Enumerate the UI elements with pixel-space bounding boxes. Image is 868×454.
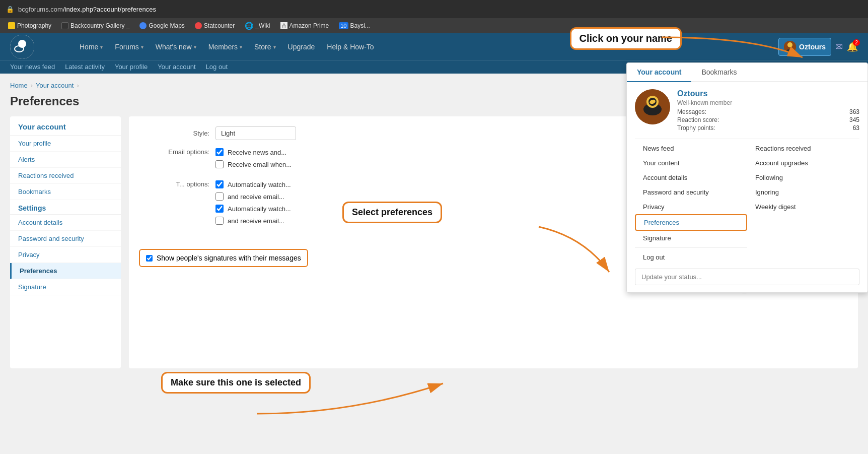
site-logo[interactable] — [10, 35, 34, 59]
sidebar-item-preferences[interactable]: Preferences — [10, 263, 121, 279]
lock-icon: 🔒 — [6, 6, 14, 13]
callout-select-preferences: Select preferences — [342, 202, 442, 223]
nav-members[interactable]: Members ▾ — [203, 40, 247, 54]
bookmark-google-maps[interactable]: Google Maps — [135, 21, 188, 31]
sidebar-item-signature[interactable]: Signature — [10, 279, 121, 295]
bookmark-amazon[interactable]: 🅰 Amazon Prime — [276, 20, 333, 31]
dropdown-tab-account[interactable]: Your account — [627, 63, 691, 82]
stat-reactions-value: 345 — [849, 116, 859, 123]
stat-trophy-label: Trophy points: — [677, 124, 715, 132]
stat-messages: Messages: 363 — [677, 108, 859, 115]
nav-home-arrow: ▾ — [100, 44, 103, 50]
nav-home[interactable]: Home ▾ — [75, 40, 108, 54]
bookmark-backcountry[interactable]: Backcountry Gallery _ — [57, 21, 133, 31]
nav-forums[interactable]: Forums ▾ — [110, 40, 148, 54]
sidebar-item-alerts[interactable]: Alerts — [10, 152, 121, 168]
callout-make-sure: Make sure this one is selected — [161, 372, 311, 394]
sidebar-item-account-details[interactable]: Account details — [10, 215, 121, 231]
sidebar-item-profile[interactable]: Your profile — [10, 136, 121, 152]
watch-option-1-checkbox[interactable] — [215, 180, 224, 188]
menu-preferences[interactable]: Preferences — [635, 214, 747, 231]
watching-options-checkboxes: Automatically watch... and receive email… — [215, 180, 291, 229]
bookmark-photography[interactable]: Photography — [4, 21, 55, 31]
menu-account-details[interactable]: Account details — [635, 170, 747, 185]
menu-password[interactable]: Password and security — [635, 185, 747, 200]
watch-option-4-checkbox[interactable] — [215, 217, 224, 225]
nav-forums-arrow: ▾ — [141, 44, 143, 50]
sidebar-item-bookmarks[interactable]: Bookmarks — [10, 184, 121, 200]
dropdown-tab-bookmarks[interactable]: Bookmarks — [691, 63, 747, 82]
menu-account-upgrades[interactable]: Account upgrades — [747, 156, 859, 170]
callout-click-name: Click on your name — [570, 27, 682, 50]
bookmark-icon-baysi: 10 — [339, 22, 348, 29]
status-update-input[interactable] — [635, 269, 859, 285]
subnav-your-account[interactable]: Your account — [158, 63, 195, 71]
url-bar[interactable]: bcgforums.com/index.php?account/preferen… — [18, 6, 156, 13]
bookmark-wiki[interactable]: 🌐 _Wiki — [241, 20, 274, 31]
nav-store[interactable]: Store ▾ — [249, 40, 280, 54]
subnav-latest-activity[interactable]: Latest activity — [65, 63, 105, 71]
dropdown-user-name: Oztours — [677, 89, 859, 98]
dropdown-menu: News feed Your content Account details P… — [635, 139, 859, 267]
menu-reactions-received[interactable]: Reactions received — [747, 141, 859, 156]
nav-store-arrow: ▾ — [273, 44, 276, 50]
bookmark-statcounter[interactable]: Statcounter — [191, 21, 239, 31]
nav-help[interactable]: Help & How-To — [322, 40, 379, 54]
account-dropdown: Your account Bookmarks Oztours Well-know… — [626, 62, 868, 293]
browser-bar: 🔒 bcgforums.com/index.php?account/prefer… — [0, 0, 868, 18]
menu-signature[interactable]: Signature — [635, 231, 747, 245]
breadcrumb-sep2: › — [77, 82, 79, 89]
menu-log-out[interactable]: Log out — [635, 250, 747, 265]
menu-following[interactable]: Following — [747, 170, 859, 185]
bookmarks-bar: Photography Backcountry Gallery _ Google… — [0, 18, 868, 33]
svg-point-5 — [787, 42, 792, 47]
email-options-checkboxes: Receive news and... Receive email when..… — [215, 148, 292, 172]
watch-option-3-checkbox[interactable] — [215, 205, 224, 213]
bookmark-icon-stat — [195, 22, 202, 29]
bookmark-icon-backcountry — [61, 22, 68, 29]
sidebar-section-account: Your account — [10, 116, 121, 136]
nav-whats-new[interactable]: What's new ▾ — [151, 40, 201, 54]
stat-reactions-label: Reaction score: — [677, 116, 719, 123]
bookmark-icon-wiki: 🌐 — [245, 22, 253, 30]
messages-icon[interactable]: ✉ — [835, 41, 843, 52]
bookmark-icon-google — [139, 22, 147, 29]
menu-your-content[interactable]: Your content — [635, 156, 747, 170]
breadcrumb-home[interactable]: Home — [10, 82, 28, 89]
dropdown-user-avatar[interactable] — [635, 89, 670, 124]
subnav-your-profile[interactable]: Your profile — [115, 63, 148, 71]
menu-news-feed[interactable]: News feed — [635, 141, 747, 156]
subnav-log-out[interactable]: Log out — [206, 63, 228, 71]
dropdown-body: Oztours Well-known member Messages: 363 … — [627, 82, 867, 292]
nav-upgrade[interactable]: Upgrade — [283, 40, 320, 54]
breadcrumb-your-account[interactable]: Your account — [36, 82, 74, 89]
dropdown-user-details: Oztours Well-known member Messages: 363 … — [677, 89, 859, 132]
user-name-nav: Oztours — [799, 43, 826, 51]
menu-ignoring[interactable]: Ignoring — [747, 185, 859, 200]
bookmark-baysi[interactable]: 10 Baysi... — [335, 21, 374, 31]
dropdown-user-role: Well-known member — [677, 99, 859, 106]
watch-option-4: and receive email... — [215, 217, 291, 225]
breadcrumb-sep1: › — [31, 82, 33, 89]
stat-reactions: Reaction score: 345 — [677, 116, 859, 123]
style-label: Style: — [139, 129, 209, 137]
email-option-2-label: Receive email when... — [228, 161, 292, 168]
menu-col-left: News feed Your content Account details P… — [635, 139, 747, 267]
email-option-2-checkbox[interactable] — [215, 160, 224, 168]
watch-option-2-checkbox[interactable] — [215, 192, 224, 201]
watch-option-3-label: Automatically watch... — [228, 205, 291, 213]
sidebar-item-reactions[interactable]: Reactions received — [10, 168, 121, 184]
menu-privacy[interactable]: Privacy — [635, 200, 747, 214]
menu-weekly-digest[interactable]: Weekly digest — [747, 200, 859, 214]
subnav-news-feed[interactable]: Your news feed — [10, 63, 55, 71]
menu-columns: News feed Your content Account details P… — [635, 139, 859, 267]
show-signatures-checkbox[interactable] — [146, 255, 153, 262]
notifications-icon[interactable]: 🔔 2 — [847, 41, 858, 52]
sidebar-item-privacy[interactable]: Privacy — [10, 247, 121, 263]
style-select[interactable]: Light — [215, 126, 296, 140]
email-option-1-checkbox[interactable] — [215, 148, 224, 156]
user-button[interactable]: Oztours — [778, 38, 831, 56]
sidebar-item-password[interactable]: Password and security — [10, 231, 121, 247]
stat-messages-label: Messages: — [677, 108, 706, 115]
user-avatar-nav — [784, 41, 796, 53]
